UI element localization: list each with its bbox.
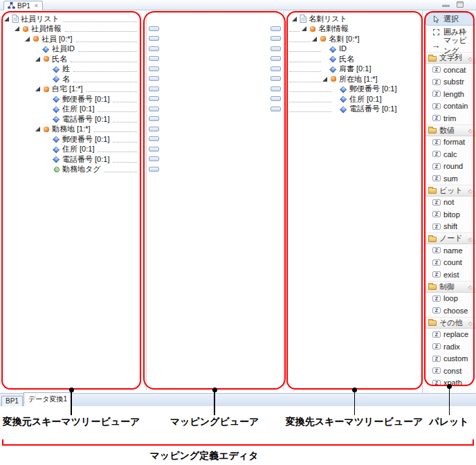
mapping-anchor-stub[interactable]	[271, 56, 281, 61]
palette-group-control[interactable]: 制御	[424, 281, 476, 293]
palette-group-bit[interactable]: ビット	[424, 185, 476, 197]
tree-node[interactable]: 郵便番号 [0:1]	[3, 94, 140, 104]
collapse-icon[interactable]	[468, 318, 473, 327]
palette-tool-select[interactable]: 選択	[425, 12, 475, 26]
palette-group-string[interactable]: 文字列	[424, 52, 476, 64]
mapping-anchor-stub[interactable]	[149, 96, 159, 101]
tree-node[interactable]: 名刺 [0:*]	[289, 34, 421, 44]
expand-arrow-icon[interactable]	[292, 16, 299, 22]
tree-node[interactable]: 社員情報	[3, 24, 140, 35]
palette-item-format[interactable]: format	[424, 136, 476, 149]
palette-item-replace[interactable]: replace	[424, 329, 476, 341]
mapping-anchor-stub[interactable]	[271, 46, 281, 51]
collapse-icon[interactable]	[468, 186, 473, 194]
palette-item-substr[interactable]: substr	[424, 76, 476, 89]
minimize-icon[interactable]	[442, 1, 450, 7]
expand-arrow-icon[interactable]	[302, 26, 309, 32]
mapping-anchor-stub[interactable]	[271, 86, 281, 91]
tree-node[interactable]: 電話番号 [0:1]	[289, 104, 421, 115]
page-tab-bp1[interactable]: BP1	[1, 396, 23, 406]
mapping-anchor-stub[interactable]	[149, 76, 159, 81]
tree-node[interactable]: 姓	[3, 64, 140, 75]
tree-node[interactable]: 肩書 [0:1]	[289, 64, 421, 75]
palette-item-choose[interactable]: choose	[424, 304, 476, 317]
mapping-anchor-stub[interactable]	[149, 46, 159, 51]
collapse-icon[interactable]	[468, 126, 473, 134]
tree-node[interactable]: 名	[3, 74, 140, 84]
tree-node[interactable]: 社員リスト	[3, 14, 140, 24]
tree-node[interactable]: 氏名	[3, 54, 140, 64]
mapping-anchor-stub[interactable]	[149, 66, 159, 71]
palette-item-shift[interactable]: shift	[424, 221, 476, 233]
expand-arrow-icon[interactable]	[15, 26, 21, 32]
tree-node[interactable]: 氏名	[289, 54, 421, 64]
editor-tab-bp1[interactable]: BP1 ✕	[3, 1, 43, 10]
mapping-anchor-stub[interactable]	[271, 66, 281, 71]
expand-arrow-icon[interactable]	[35, 56, 42, 62]
tree-node[interactable]: 勤務地 [1:*]	[3, 125, 140, 135]
close-icon[interactable]: ✕	[34, 3, 39, 9]
mapping-anchor-stub[interactable]	[271, 26, 281, 31]
maximize-icon[interactable]	[457, 1, 464, 8]
tree-node[interactable]: 自宅 [1:*]	[3, 84, 140, 95]
tree-node[interactable]: 名刺情報	[289, 24, 421, 35]
palette-item-concat[interactable]: concat	[424, 64, 476, 76]
mapping-anchor-stub[interactable]	[149, 156, 159, 161]
palette-item-calc[interactable]: calc	[424, 148, 476, 161]
mapping-anchor-stub[interactable]	[149, 56, 159, 61]
page-tab-data-conversion[interactable]: データ変換1	[24, 392, 72, 406]
palette-item-name[interactable]: name	[424, 244, 476, 257]
expand-arrow-icon[interactable]	[322, 76, 329, 82]
mapping-anchor-stub[interactable]	[149, 127, 159, 131]
tree-node[interactable]: 住所 [0:1]	[3, 145, 140, 155]
palette-item-xpath[interactable]: xpath	[424, 377, 476, 390]
tree-node[interactable]: 郵便番号 [0:1]	[289, 84, 421, 95]
collapse-icon[interactable]	[468, 282, 473, 291]
mapping-anchor-stub[interactable]	[149, 86, 159, 91]
expand-arrow-icon[interactable]	[35, 86, 42, 92]
tree-node[interactable]: 社員 [0:*]	[3, 34, 140, 44]
palette-item-radix[interactable]: radix	[424, 340, 476, 353]
palette-item-contain[interactable]: contain	[424, 100, 476, 113]
expand-arrow-icon[interactable]	[4, 16, 11, 22]
palette-item-custom[interactable]: custom	[424, 353, 476, 365]
mapping-anchor-stub[interactable]	[149, 116, 159, 121]
palette-item-not[interactable]: not	[424, 197, 476, 209]
mapping-anchor-stub[interactable]	[271, 107, 281, 111]
palette-item-count[interactable]: count	[424, 257, 476, 269]
tree-node[interactable]: 住所 [0:1]	[3, 104, 140, 115]
tree-node[interactable]: 勤務地タグ	[3, 165, 140, 175]
palette-item-trim[interactable]: trim	[424, 112, 476, 125]
palette-item-exist[interactable]: exist	[424, 268, 476, 281]
tree-node[interactable]: 所在地 [1:*]	[289, 74, 421, 84]
palette-item-sum[interactable]: sum	[424, 172, 476, 185]
mapping-anchor-stub[interactable]	[149, 36, 159, 41]
collapse-icon[interactable]	[468, 235, 473, 243]
mapping-anchor-stub[interactable]	[271, 36, 281, 41]
palette-item-bitop[interactable]: bitop	[424, 208, 476, 221]
collapse-icon[interactable]	[468, 54, 473, 62]
palette-item-round[interactable]: round	[424, 161, 476, 173]
tree-node[interactable]: 郵便番号 [0:1]	[3, 134, 140, 145]
expand-arrow-icon[interactable]	[312, 36, 319, 42]
mapping-anchor-stub[interactable]	[149, 107, 159, 111]
palette-group-number[interactable]: 数値	[424, 125, 476, 136]
mapping-anchor-stub[interactable]	[149, 136, 159, 141]
mapping-anchor-stub[interactable]	[149, 26, 159, 31]
expand-arrow-icon[interactable]	[25, 36, 32, 42]
tree-node[interactable]: 住所 [0:1]	[289, 94, 421, 104]
palette-group-other[interactable]: その他	[424, 317, 476, 329]
palette-item-loop[interactable]: loop	[424, 293, 476, 305]
tree-node[interactable]: 電話番号 [0:1]	[3, 114, 140, 125]
tree-node[interactable]: 電話番号 [0:1]	[3, 154, 140, 165]
mapping-anchor-stub[interactable]	[271, 96, 281, 101]
palette-group-node[interactable]: ノード	[424, 232, 476, 244]
palette-tool-mapping[interactable]: マッピング	[425, 39, 475, 52]
mapping-anchor-stub[interactable]	[149, 147, 159, 152]
tree-node[interactable]: 名刺リスト	[289, 14, 421, 24]
mapping-viewer[interactable]	[146, 11, 284, 390]
expand-arrow-icon[interactable]	[35, 126, 42, 132]
tree-node[interactable]: ID	[289, 44, 421, 55]
tree-node[interactable]: 社員ID	[3, 44, 140, 55]
mapping-anchor-stub[interactable]	[149, 167, 159, 172]
